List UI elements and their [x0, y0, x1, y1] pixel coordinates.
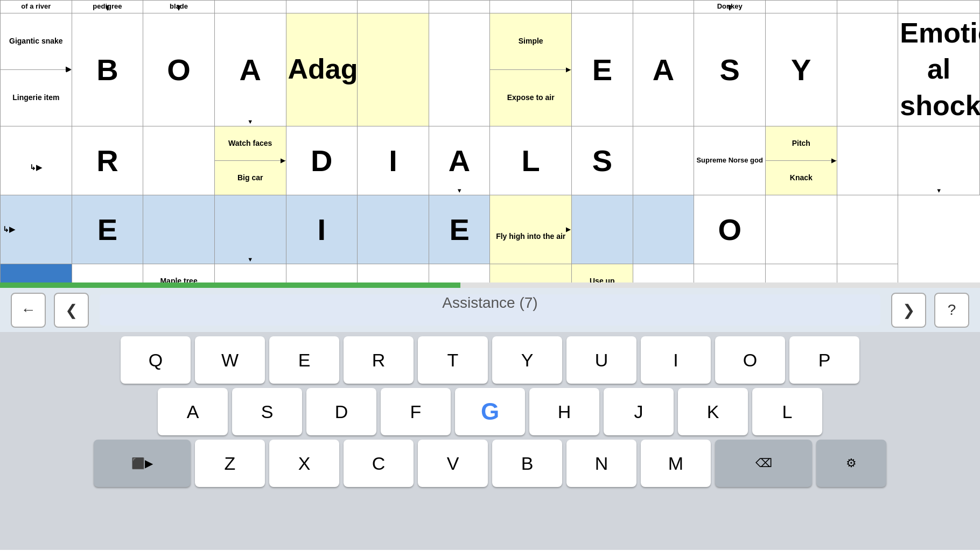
cell-empty-r0c9	[633, 1, 694, 13]
key-Y[interactable]: Y	[492, 336, 562, 384]
key-A[interactable]: A	[158, 388, 228, 435]
cell-P-r4[interactable]: P	[765, 264, 837, 282]
cell-empty-r0c12	[837, 1, 898, 13]
cell-I-r2[interactable]: I	[358, 126, 429, 195]
cell-C-r4[interactable]: C	[286, 264, 358, 282]
cell-A-r1c9[interactable]: A	[633, 13, 694, 126]
key-O[interactable]: O	[715, 336, 785, 384]
cell-S-r1[interactable]: S	[694, 13, 766, 126]
cell-E-r4[interactable]: E	[72, 264, 143, 282]
clue-watch-big: Watch faces Big car ▶	[214, 126, 286, 195]
key-H[interactable]: H	[529, 388, 599, 435]
clue-lingerie-item: Lingerie item	[1, 70, 72, 126]
help-button[interactable]: ?	[934, 293, 969, 328]
cell-D-r2[interactable]: D	[286, 126, 358, 195]
toolbar-right: ❯ ?	[891, 293, 969, 328]
cell-O-r3[interactable]: O	[694, 195, 766, 264]
key-U[interactable]: U	[566, 336, 636, 384]
key-P[interactable]: P	[789, 336, 859, 384]
cell-S-r2[interactable]: S	[572, 126, 633, 195]
letter-A-r2: A	[449, 144, 470, 178]
cell-M-r4[interactable]: M	[694, 264, 766, 282]
key-E[interactable]: E	[269, 336, 339, 384]
clue-expose-to-air: Expose to air	[490, 70, 571, 126]
cell-L-r2[interactable]: L	[490, 126, 572, 195]
back-button[interactable]: ←	[11, 293, 46, 328]
crossword-grid[interactable]: of a river pedigree▼ blade▼ Donkey▼	[0, 0, 980, 282]
cell-empty-r0c3	[214, 1, 286, 13]
letter-I-r3: I	[318, 213, 326, 246]
clue-big-car: Big car	[215, 161, 286, 195]
cell-empty-r2c0: ↳▶	[1, 126, 72, 195]
letter-A-r1: A	[239, 53, 261, 87]
key-F[interactable]: F	[381, 388, 451, 435]
key-V[interactable]: V	[418, 440, 488, 487]
progress-fill	[0, 282, 460, 288]
key-Z[interactable]: Z	[195, 440, 265, 487]
key-M[interactable]: M	[641, 440, 711, 487]
cell-A-r2[interactable]: A▼	[429, 126, 490, 195]
key-T[interactable]: T	[418, 336, 488, 384]
cell-empty-r1c6	[429, 13, 490, 126]
cell-R-r2[interactable]: R	[72, 126, 143, 195]
assistance-display[interactable]: Assistance (7)	[100, 294, 880, 326]
cell-blue-r3c5	[358, 195, 429, 264]
cell-O[interactable]: O	[143, 13, 215, 126]
progress-bar	[0, 282, 980, 288]
toolbar-center: Assistance (7)	[100, 294, 880, 326]
key-J[interactable]: J	[604, 388, 674, 435]
letter-D-r2: D	[311, 144, 332, 178]
cell-A-r4[interactable]: A	[214, 264, 286, 282]
forward-button[interactable]: ❯	[891, 293, 926, 328]
cell-yellow-r1c5[interactable]	[358, 13, 429, 126]
key-Q[interactable]: Q	[121, 336, 191, 384]
cell-I-r3[interactable]: I	[286, 195, 358, 264]
cell-empty-r2c13: ▼	[898, 126, 980, 195]
cell-B[interactable]: B	[72, 13, 143, 126]
key-X[interactable]: X	[269, 440, 339, 487]
letter-S-r2: S	[592, 144, 612, 178]
key-R[interactable]: R	[344, 336, 414, 384]
cell-E-r3c6[interactable]: E	[429, 195, 490, 264]
letter-B: B	[96, 53, 118, 87]
cell-empty-r3c12	[837, 195, 898, 264]
key-W[interactable]: W	[195, 336, 265, 384]
clue-norse-god: Supreme Norse god	[694, 126, 766, 195]
key-B[interactable]: B	[492, 440, 562, 487]
key-L[interactable]: L	[752, 388, 822, 435]
key-I[interactable]: I	[641, 336, 711, 384]
clue-simple-expose: Simple Expose to air ▶	[490, 13, 572, 126]
keyboard: Q W E R T Y U I O P A S D F G H J K L ⬛▶…	[0, 332, 980, 550]
key-C[interactable]: C	[344, 440, 414, 487]
clue-stomach: Stomach	[490, 264, 572, 282]
key-G[interactable]: G	[455, 388, 525, 435]
key-shift[interactable]: ⬛▶	[94, 440, 191, 487]
clue-pitch-knack: Pitch Knack ▶	[765, 126, 837, 195]
key-settings[interactable]: ⚙	[816, 440, 886, 487]
cell-E-r3[interactable]: E	[72, 195, 143, 264]
cell-empty-r0c4	[286, 1, 358, 13]
key-backspace[interactable]: ⌫	[715, 440, 812, 487]
key-S[interactable]: S	[232, 388, 302, 435]
cell-E-r1[interactable]: E	[572, 13, 633, 126]
clue-adage: Adage	[286, 13, 358, 126]
key-D[interactable]: D	[306, 388, 376, 435]
clue-snake-lingerie: Gigantic snake Lingerie item ▶	[1, 13, 72, 126]
clue-gigantic-snake: Gigantic snake	[1, 13, 72, 70]
cell-Y-r1[interactable]: Y	[765, 13, 837, 126]
cell-R-r4[interactable]: R	[429, 264, 490, 282]
cell-empty-r0c5	[358, 1, 429, 13]
cell-A-r1[interactable]: A▼	[214, 13, 286, 126]
letter-R-r2: R	[96, 144, 118, 178]
letter-E-r3: E	[97, 213, 117, 246]
key-K[interactable]: K	[678, 388, 748, 435]
cell-E-r4c5[interactable]: E	[358, 264, 429, 282]
clue-fly-high: Fly high into the air ▶	[490, 195, 572, 264]
keyboard-row-1: Q W E R T Y U I O P	[5, 336, 975, 384]
key-N[interactable]: N	[566, 440, 636, 487]
clue-use-up-threefold: Use up Three-fold ▶	[572, 264, 633, 282]
grid-table: of a river pedigree▼ blade▼ Donkey▼	[0, 0, 980, 282]
back2-button[interactable]: ❮	[54, 293, 89, 328]
clue-watch-faces: Watch faces	[215, 126, 286, 161]
cell-E-r4c9[interactable]: E	[633, 264, 694, 282]
